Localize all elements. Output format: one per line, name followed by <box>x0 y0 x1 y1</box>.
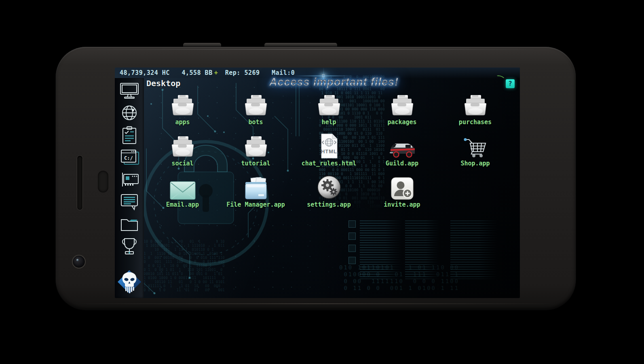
desktop-item-label: Email.app <box>166 201 199 208</box>
folder-icon <box>463 91 488 117</box>
sidebar-item-ranking[interactable] <box>118 237 141 256</box>
desktop-item-label: chat_rules.html <box>302 160 356 167</box>
wallpaper-terminal-text <box>450 220 498 279</box>
desktop-item-apps[interactable]: apps <box>146 91 219 133</box>
hackers-skull-logo <box>116 268 142 296</box>
folder-icon <box>243 91 268 117</box>
wallpaper-binary-block: 11010 0 001 1 1 0 01 1 1 10 1 1 1010 000… <box>137 239 225 292</box>
bb-currency-value: 4,558 BB <box>182 69 212 76</box>
desktop-item-label: invite.app <box>384 201 420 208</box>
desktop-item-email[interactable]: Email.app <box>146 174 219 215</box>
desktop-item-help[interactable]: help <box>292 91 365 133</box>
desktop-item-chat-rules[interactable]: HTML chat_rules.html <box>292 133 365 174</box>
chat-bubble-icon <box>120 193 139 211</box>
desktop-item-label: Shop.app <box>460 160 490 167</box>
sidebar-item-hardware[interactable] <box>118 170 141 189</box>
desktop-item-bots[interactable]: bots <box>219 91 292 133</box>
help-button[interactable]: ? <box>506 79 515 88</box>
settings-gears-icon <box>317 174 342 200</box>
desktop-item-label: purchases <box>459 119 492 126</box>
wallpaper-icon-squares <box>348 220 356 269</box>
desktop-item-label: apps <box>175 119 190 126</box>
desktop-item-guild[interactable]: Guild.app <box>365 133 439 174</box>
desktop-item-label: social <box>171 160 193 167</box>
front-camera <box>72 255 86 269</box>
desktop-item-label: settings.app <box>307 201 351 208</box>
proximity-sensor <box>98 171 108 193</box>
console-terminal-icon: C:/ <box>119 148 140 167</box>
tutorial-banner: Access important files! <box>152 76 516 89</box>
folder-icon <box>170 91 195 117</box>
html-badge-text: HTML <box>321 148 337 154</box>
desktop-item-settings[interactable]: settings.app <box>292 174 365 215</box>
desktop-monitor-icon <box>119 82 140 99</box>
desktop-item-label: help <box>321 119 336 126</box>
sidebar-item-chat[interactable] <box>118 193 141 211</box>
file-manager-folder-icon <box>243 174 269 200</box>
desktop-item-social[interactable]: social <box>146 133 219 174</box>
sidebar-item-missions[interactable] <box>118 126 141 144</box>
sidebar: C:/ <box>115 78 144 298</box>
bb-plus-icon: + <box>214 69 218 76</box>
desktop-item-label: Guild.app <box>386 160 418 167</box>
wallpaper-terminal-text <box>405 220 439 279</box>
sidebar-item-network[interactable] <box>118 104 141 122</box>
desktop-item-label: bots <box>248 119 263 126</box>
ranking-trophy-icon <box>120 237 138 256</box>
folder-icon <box>390 91 415 117</box>
desktop-item-tutorial[interactable]: tutorial <box>219 133 292 174</box>
desktop-icon-grid: apps bots <box>146 91 512 215</box>
shopping-cart-icon <box>463 133 488 159</box>
email-envelope-icon <box>170 174 196 200</box>
reputation-value: Rep: 5269 <box>225 69 260 76</box>
sidebar-item-console[interactable]: C:/ <box>118 148 141 167</box>
sidebar-item-files[interactable] <box>118 215 141 233</box>
network-globe-icon <box>120 104 139 122</box>
desktop-item-purchases[interactable]: purchases <box>439 91 512 133</box>
folder-icon <box>170 133 195 159</box>
desktop-item-label: File Manager.app <box>226 201 285 208</box>
desktop-item-label: tutorial <box>241 160 270 167</box>
guild-van-icon <box>389 133 416 159</box>
html-file-icon: HTML <box>319 133 339 159</box>
sidebar-item-desktop[interactable] <box>118 81 141 100</box>
desktop-item-file-manager[interactable]: File Manager.app <box>219 174 292 215</box>
game-screen: 10 1 1 0 0 0001011 00 00110 11 011 0011 … <box>115 68 520 298</box>
hc-currency-value: 48,739,324 HC <box>120 69 170 76</box>
console-label-text: C:/ <box>124 155 133 161</box>
desktop-item-label: packages <box>387 119 416 126</box>
hardware-card-icon <box>119 171 140 188</box>
mail-counter: Mail:0 <box>272 69 295 76</box>
invite-person-icon <box>391 174 414 200</box>
missions-clipboard-icon <box>120 125 138 145</box>
files-folder-icon <box>120 216 139 232</box>
desktop-item-shop[interactable]: Shop.app <box>439 133 512 174</box>
desktop-item-packages[interactable]: packages <box>365 91 439 133</box>
wallpaper-terminal-text <box>360 220 402 279</box>
sidebar-logo[interactable] <box>116 267 143 296</box>
folder-icon <box>243 133 268 159</box>
earpiece-speaker <box>77 155 83 210</box>
desktop-item-invite[interactable]: invite.app <box>365 174 439 215</box>
folder-icon <box>317 91 342 117</box>
